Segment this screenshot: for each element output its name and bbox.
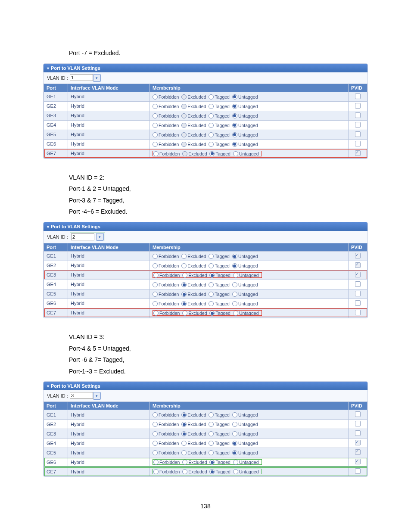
radio-tagged[interactable] (209, 431, 214, 436)
vlan-id-select-button[interactable]: ▾ (93, 74, 101, 82)
panel-header[interactable]: ▾Port to VLAN Settings (44, 382, 367, 390)
radio-tagged[interactable] (209, 469, 215, 474)
pvid-checkbox[interactable] (355, 93, 361, 99)
radio-tagged[interactable] (209, 142, 214, 147)
radio-forbidden[interactable] (153, 273, 159, 278)
radio-forbidden[interactable] (153, 422, 158, 427)
radio-untagged[interactable] (232, 412, 237, 417)
radio-tagged[interactable] (209, 263, 214, 268)
radio-untagged[interactable] (232, 282, 237, 287)
pvid-checkbox[interactable] (355, 291, 361, 296)
radio-forbidden[interactable] (153, 431, 158, 436)
radio-untagged[interactable] (232, 104, 237, 109)
radio-untagged[interactable] (232, 254, 237, 259)
radio-excluded[interactable] (181, 254, 187, 259)
radio-untagged[interactable] (232, 441, 237, 446)
pvid-checkbox[interactable] (355, 421, 361, 426)
radio-forbidden[interactable] (153, 441, 158, 446)
vlan-id-select-button[interactable]: ▾ (96, 233, 104, 241)
pvid-checkbox[interactable] (355, 310, 361, 315)
radio-excluded[interactable] (182, 469, 187, 474)
radio-tagged[interactable] (209, 441, 214, 446)
radio-untagged[interactable] (232, 132, 237, 137)
pvid-checkbox[interactable] (355, 103, 361, 109)
pvid-checkbox[interactable] (355, 411, 361, 417)
pvid-checkbox[interactable] (355, 430, 361, 436)
radio-excluded[interactable] (181, 441, 187, 446)
radio-untagged[interactable] (233, 469, 238, 474)
radio-excluded[interactable] (181, 450, 187, 455)
radio-excluded[interactable] (181, 263, 187, 268)
radio-tagged[interactable] (209, 292, 214, 297)
vlan-id-input[interactable] (71, 233, 94, 240)
radio-untagged[interactable] (232, 292, 237, 297)
radio-forbidden[interactable] (153, 412, 158, 417)
radio-untagged[interactable] (232, 94, 237, 100)
radio-excluded[interactable] (182, 460, 187, 465)
radio-tagged[interactable] (209, 282, 214, 287)
radio-forbidden[interactable] (153, 301, 158, 306)
radio-tagged[interactable] (209, 113, 214, 118)
radio-untagged[interactable] (232, 263, 237, 268)
radio-tagged[interactable] (209, 301, 214, 306)
radio-untagged[interactable] (233, 273, 238, 278)
radio-excluded[interactable] (181, 431, 187, 436)
radio-forbidden[interactable] (153, 282, 158, 287)
pvid-checkbox[interactable] (355, 300, 361, 306)
radio-tagged[interactable] (209, 254, 214, 259)
radio-untagged[interactable] (232, 422, 237, 427)
radio-forbidden[interactable] (153, 142, 158, 147)
radio-untagged[interactable] (233, 151, 238, 156)
radio-forbidden[interactable] (153, 151, 159, 156)
pvid-checkbox[interactable] (355, 141, 361, 146)
vlan-id-input[interactable] (70, 74, 93, 81)
vlan-id-input[interactable] (70, 392, 93, 399)
radio-forbidden[interactable] (153, 104, 158, 109)
radio-forbidden[interactable] (153, 469, 159, 474)
radio-untagged[interactable] (233, 311, 238, 316)
pvid-checkbox[interactable] (355, 281, 361, 287)
vlan-id-select-button[interactable]: ▾ (93, 392, 101, 400)
radio-forbidden[interactable] (153, 254, 158, 259)
radio-tagged[interactable] (209, 422, 214, 427)
radio-tagged[interactable] (209, 412, 214, 417)
radio-forbidden[interactable] (153, 94, 158, 100)
radio-excluded[interactable] (181, 282, 187, 287)
radio-forbidden[interactable] (153, 450, 158, 455)
radio-tagged[interactable] (209, 450, 214, 455)
radio-untagged[interactable] (232, 301, 237, 306)
radio-untagged[interactable] (232, 142, 237, 147)
radio-untagged[interactable] (232, 431, 237, 436)
radio-forbidden[interactable] (153, 263, 158, 268)
radio-excluded[interactable] (181, 301, 187, 306)
radio-forbidden[interactable] (153, 123, 158, 128)
radio-untagged[interactable] (232, 123, 237, 128)
radio-untagged[interactable] (233, 460, 238, 465)
panel-header[interactable]: ▾Port to VLAN Settings (44, 64, 367, 72)
radio-tagged[interactable] (209, 132, 214, 137)
radio-tagged[interactable] (209, 311, 215, 316)
pvid-checkbox[interactable] (355, 122, 361, 128)
radio-untagged[interactable] (232, 113, 237, 118)
radio-excluded[interactable] (181, 412, 187, 417)
radio-forbidden[interactable] (153, 460, 159, 465)
radio-forbidden[interactable] (153, 311, 159, 316)
radio-excluded[interactable] (182, 273, 187, 278)
radio-tagged[interactable] (209, 151, 215, 156)
radio-tagged[interactable] (209, 460, 215, 465)
radio-tagged[interactable] (209, 94, 214, 100)
radio-excluded[interactable] (182, 311, 187, 316)
radio-tagged[interactable] (209, 104, 214, 109)
radio-forbidden[interactable] (153, 132, 158, 137)
radio-untagged[interactable] (232, 450, 237, 455)
radio-excluded[interactable] (181, 422, 187, 427)
radio-tagged[interactable] (209, 123, 214, 128)
pvid-checkbox[interactable] (355, 131, 361, 137)
panel-header[interactable]: ▾Port to VLAN Settings (44, 222, 367, 231)
pvid-checkbox[interactable] (355, 112, 361, 118)
radio-forbidden[interactable] (153, 113, 158, 118)
radio-excluded[interactable] (181, 292, 187, 297)
pvid-checkbox[interactable] (355, 468, 361, 474)
radio-tagged[interactable] (209, 273, 215, 278)
radio-forbidden[interactable] (153, 292, 158, 297)
